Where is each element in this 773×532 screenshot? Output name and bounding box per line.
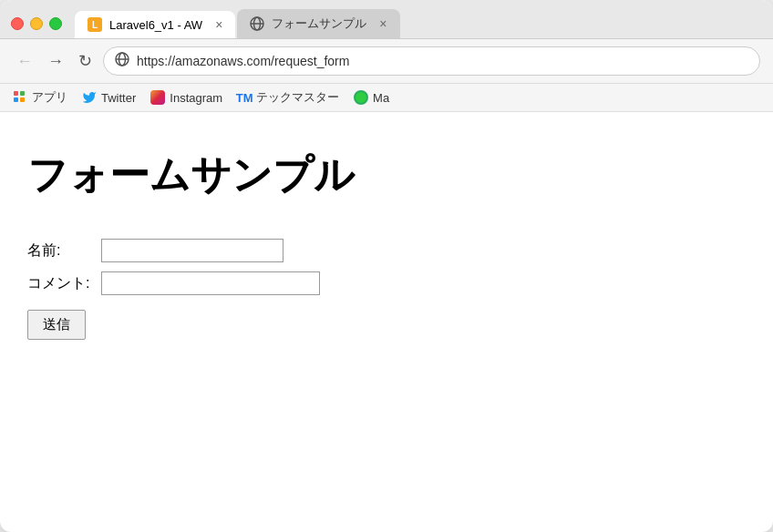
bookmark-ma-label: Ma (373, 91, 389, 105)
bookmark-apps-label: アプリ (32, 89, 67, 106)
bookmarks-bar: アプリ Twitter Instagram TM テックマスター (0, 84, 773, 112)
bookmark-ma[interactable]: Ma (354, 90, 389, 105)
tab-label-laravel: Laravel6_v1 - AW (109, 18, 202, 32)
grid-icon (13, 90, 27, 105)
instagram-icon (150, 90, 165, 105)
traffic-lights (11, 17, 62, 30)
comment-row: コメント: (27, 271, 746, 295)
title-bar: L Laravel6_v1 - AW × フォームサンプル × (0, 0, 773, 39)
name-label: 名前: (27, 241, 96, 261)
comment-label: コメント: (27, 274, 96, 293)
address-text: https://amazonaws.com/request_form (137, 54, 748, 68)
svg-rect-10 (14, 97, 18, 102)
tab-laravel[interactable]: L Laravel6_v1 - AW × (75, 11, 235, 38)
name-input[interactable] (101, 239, 283, 262)
tab-label-form: フォームサンプル (272, 15, 366, 32)
twitter-icon (82, 90, 97, 105)
techmaster-icon: TM (237, 90, 252, 105)
svg-rect-11 (20, 97, 25, 102)
bookmark-instagram-label: Instagram (170, 91, 222, 105)
svg-rect-8 (14, 91, 18, 96)
tabs-container: L Laravel6_v1 - AW × フォームサンプル × (75, 9, 762, 38)
bookmark-techmaster-label: テックマスター (256, 89, 339, 106)
bookmark-twitter-label: Twitter (101, 91, 136, 105)
tab-icon-laravel: L (88, 17, 102, 32)
page-title: フォームサンプル (27, 148, 746, 202)
svg-rect-9 (20, 91, 25, 96)
submit-button[interactable]: 送信 (27, 310, 86, 340)
back-button[interactable]: ← (13, 50, 36, 73)
address-globe-icon (115, 52, 129, 70)
reload-button[interactable]: ↻ (75, 49, 96, 73)
forward-button[interactable]: → (44, 50, 67, 73)
toolbar: ← → ↻ https://amazonaws.com/request_form (0, 39, 773, 84)
tab-icon-globe (250, 16, 264, 31)
name-row: 名前: (27, 239, 746, 262)
tab-form-sample[interactable]: フォームサンプル × (237, 9, 399, 38)
tab-close-form[interactable]: × (379, 17, 386, 30)
ma-icon (354, 90, 368, 105)
bookmark-twitter[interactable]: Twitter (82, 90, 136, 105)
browser-window: L Laravel6_v1 - AW × フォームサンプル × (0, 0, 773, 532)
close-traffic-light[interactable] (11, 17, 24, 30)
address-bar[interactable]: https://amazonaws.com/request_form (103, 46, 760, 76)
bookmark-instagram[interactable]: Instagram (150, 90, 222, 105)
minimize-traffic-light[interactable] (30, 17, 43, 30)
bookmark-apps[interactable]: アプリ (13, 89, 67, 106)
page-content: フォームサンプル 名前: コメント: 送信 (0, 112, 773, 476)
maximize-traffic-light[interactable] (49, 17, 62, 30)
tab-close-laravel[interactable]: × (215, 18, 222, 31)
comment-input[interactable] (101, 271, 320, 295)
bookmark-techmaster[interactable]: TM テックマスター (237, 89, 339, 106)
svg-text:L: L (92, 20, 98, 30)
